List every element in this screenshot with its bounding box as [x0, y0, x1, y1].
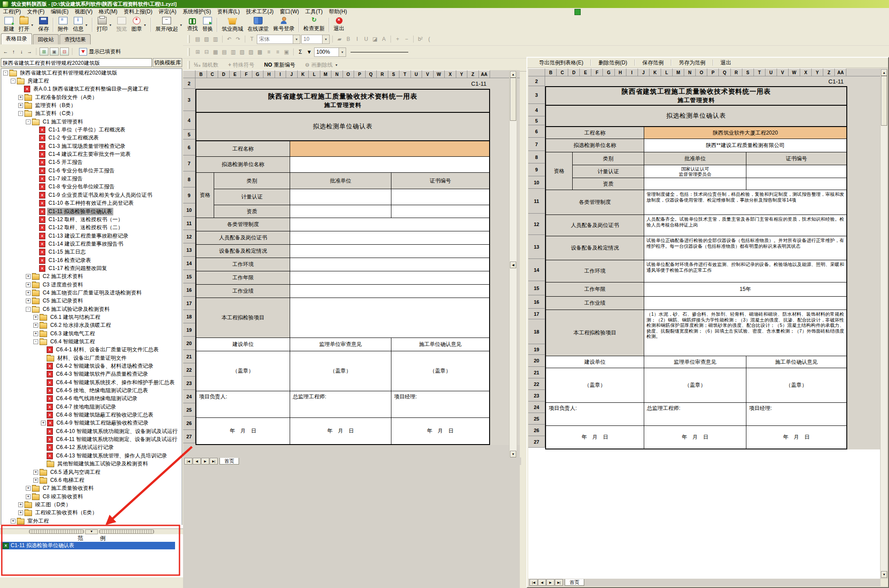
example-value-cell[interactable]: [644, 178, 746, 190]
menu-item[interactable]: 窗口(W): [277, 8, 302, 15]
example-value-cell[interactable]: 国家认证认可 监督管理委员会: [644, 165, 746, 178]
mid-row-header[interactable]: 14: [183, 257, 195, 270]
undo-redo-icon[interactable]: ↷: [234, 35, 242, 43]
pane-collapse-icon[interactable]: ◀: [510, 262, 516, 268]
cell-structure-icon[interactable]: ≡: [265, 48, 273, 56]
mid-row-header[interactable]: 11: [183, 217, 195, 230]
chevron-down-icon[interactable]: ▼: [293, 35, 300, 44]
mid-value-cell[interactable]: [290, 189, 391, 205]
mid-value-cell[interactable]: [290, 245, 489, 258]
example-column-header[interactable]: K: [650, 68, 661, 76]
example-row-header[interactable]: 7: [528, 138, 545, 151]
menu-item[interactable]: 系统维护(S): [179, 8, 214, 15]
tree-item[interactable]: +室外工程: [1, 517, 182, 525]
mid-value-cell[interactable]: [290, 285, 489, 298]
mid-contractor-cell[interactable]: 项目经理:: [391, 391, 489, 417]
clipboard-icon[interactable]: ▥: [211, 35, 219, 43]
mid-supervisor-cell[interactable]: 总监理工程师:: [290, 391, 391, 417]
example-row-header[interactable]: 26: [528, 425, 545, 436]
template-name-input[interactable]: 陕西省建筑工程资料管理规程2020建筑版: [1, 58, 152, 67]
example-column-header[interactable]: O: [696, 68, 707, 76]
middle-vertical-scrollbar[interactable]: ▲ ◀ ▼: [509, 70, 517, 458]
menu-item[interactable]: 资料上报(D): [120, 8, 155, 15]
example-row-header[interactable]: 20: [528, 355, 545, 367]
tree-item[interactable]: -陕西省建筑工程资料管理规程2020建筑版: [1, 69, 182, 77]
text-style-icon[interactable]: U: [362, 35, 370, 43]
example-builder-cell[interactable]: 年 月 日: [546, 426, 644, 449]
mid-value-cell[interactable]: [290, 141, 489, 156]
splitter-collapse-button[interactable]: ▼: [85, 529, 98, 534]
menu-item[interactable]: 视图(V): [72, 8, 96, 15]
special-tool-button[interactable]: ½₃随机数: [194, 61, 219, 69]
example-toolbar-button[interactable]: 导出范例到表格(E): [532, 59, 590, 67]
tree-item[interactable]: +工程准备阶段文件（A类）: [1, 93, 182, 101]
example-column-header[interactable]: W: [789, 68, 800, 76]
mid-column-header[interactable]: E: [230, 70, 241, 78]
mid-column-header[interactable]: W: [434, 70, 445, 78]
example-value-cell[interactable]: （1）水泥，砂、石、掺合料、外加剂、轻骨料、砌墙砖和砌块、防水材料、装饰材料的常…: [644, 310, 846, 356]
cell-structure-icon[interactable]: ≡: [274, 48, 282, 56]
mid-column-header[interactable]: X: [445, 70, 456, 78]
tree-expander-icon[interactable]: +: [33, 470, 38, 475]
tree-expander-icon[interactable]: +: [18, 103, 23, 108]
example-row-header[interactable]: 12: [528, 214, 545, 235]
mid-row-header[interactable]: 19: [183, 323, 195, 337]
example-toolbar-button[interactable]: 退出: [714, 59, 738, 67]
example-supervisor-cell[interactable]: （盖章）: [644, 368, 746, 402]
tree-expander-icon[interactable]: -: [11, 79, 16, 83]
tree-item[interactable]: +C6.5 通风与空调工程: [1, 468, 182, 476]
tree-item[interactable]: XC1-9 企业资质证书及相关专业人员岗位证书: [1, 191, 182, 199]
tree-expander-icon[interactable]: +: [26, 282, 31, 287]
toolbar-button-stamp[interactable]: 图章▼: [129, 16, 149, 34]
sidebar-tab[interactable]: 查找结果: [60, 34, 91, 44]
tree-item[interactable]: XC1-17 检查问题整改回复: [1, 264, 182, 272]
tree-expander-icon[interactable]: +: [26, 494, 31, 499]
tree-expander-icon[interactable]: +: [33, 323, 38, 328]
tree-expander-icon[interactable]: +: [33, 331, 38, 336]
tree-item[interactable]: -C6 施工试验记录及检测资料: [1, 305, 182, 313]
example-row-header[interactable]: 23: [528, 390, 545, 401]
example-row-header[interactable]: 18: [528, 319, 545, 344]
example-toolbar-button[interactable]: 保存范例: [635, 59, 671, 67]
example-vertical-scrollbar[interactable]: ▲ ▼: [880, 68, 888, 579]
mid-row-header[interactable]: 21: [183, 350, 195, 363]
mid-row-header[interactable]: 25: [183, 403, 195, 417]
tree-expander-icon[interactable]: -: [33, 339, 38, 344]
mid-value-cell[interactable]: [290, 157, 489, 172]
sheet-tab-home[interactable]: 首页: [565, 579, 584, 586]
cell-structure-icon[interactable]: ▦: [211, 48, 219, 56]
mid-column-header[interactable]: AA: [479, 70, 490, 78]
mid-row-header[interactable]: 12: [183, 230, 195, 243]
sheet-tab-home[interactable]: 首页: [219, 458, 239, 465]
example-value-cell[interactable]: [746, 178, 846, 190]
tree-item[interactable]: +C6.6 电梯工程: [1, 476, 182, 484]
sidebar-tab[interactable]: 表格目录: [1, 33, 32, 44]
toolbar-button-print[interactable]: 打印▼: [95, 16, 114, 34]
example-row-header[interactable]: 5: [528, 116, 545, 125]
mid-builder-cell[interactable]: 年 月 日: [196, 418, 290, 444]
example-value-cell[interactable]: 陕西筑业软件大厦工程2020: [644, 127, 846, 139]
prev-sheet-icon[interactable]: ◀: [193, 458, 201, 465]
mid-row-header[interactable]: 10: [183, 203, 195, 217]
example-corner-cell[interactable]: [528, 68, 545, 76]
tree-item[interactable]: XC1-12 取样、送检授权书（二）: [1, 224, 182, 232]
menu-item[interactable]: 工具(T): [302, 8, 326, 15]
mid-column-header[interactable]: R: [377, 70, 388, 78]
tree-item[interactable]: XC1-14 建设工程质量事故报告书: [1, 240, 182, 248]
example-column-header[interactable]: Z: [823, 68, 835, 76]
tree-expander-icon[interactable]: +: [26, 486, 31, 491]
text-style-icon[interactable]: ◪: [371, 35, 379, 43]
mid-row-header[interactable]: 7: [183, 155, 195, 171]
mid-column-header[interactable]: F: [241, 70, 252, 78]
splitter-grip-icon[interactable]: [29, 529, 84, 534]
sum-icon[interactable]: Σ: [296, 48, 304, 56]
mid-value-cell[interactable]: [290, 218, 489, 231]
mid-supervisor-cell[interactable]: （盖章）: [290, 351, 391, 391]
mid-column-header[interactable]: U: [411, 70, 423, 78]
scroll-up-icon[interactable]: ▲: [510, 71, 516, 78]
mid-value-cell[interactable]: [290, 298, 489, 338]
toolbar-button-attach[interactable]: 附件: [56, 16, 71, 34]
mid-column-header[interactable]: O: [343, 70, 355, 78]
mid-value-cell[interactable]: [290, 258, 489, 271]
tree-move-icon[interactable]: ↑: [10, 48, 17, 55]
